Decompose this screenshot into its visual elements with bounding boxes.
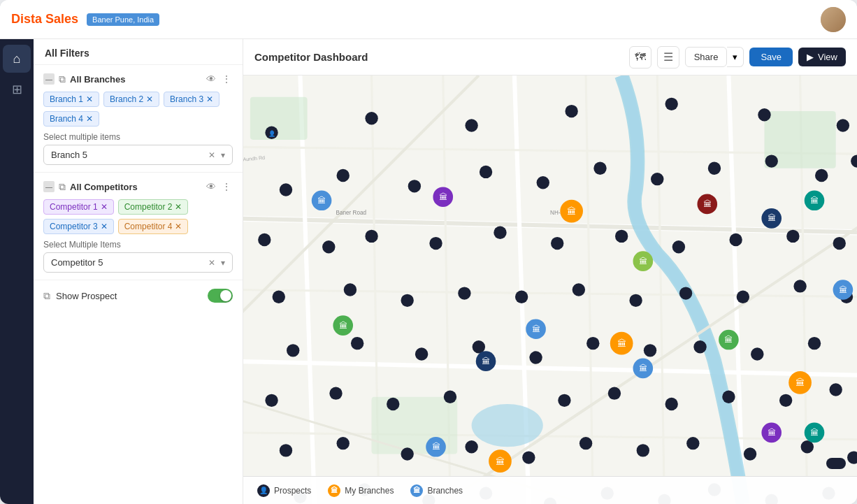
competitor-4-close[interactable]: ✕ (175, 222, 182, 231)
svg-point-55 (833, 237, 846, 250)
svg-text:🏛: 🏛 (532, 324, 540, 334)
branches-eye-btn[interactable]: 👁 (205, 72, 217, 86)
svg-text:🏛: 🏛 (482, 357, 490, 366)
competitors-select-field[interactable]: Competitor 5 ✕ ▾ (43, 252, 233, 273)
show-prospect-toggle[interactable] (208, 289, 233, 303)
svg-point-28 (365, 112, 377, 124)
svg-point-96 (801, 440, 814, 453)
competitors-more-btn[interactable]: ⋮ (220, 180, 233, 194)
branch-tag-1[interactable]: Branch 1 ✕ (43, 92, 99, 107)
svg-text:🏛: 🏛 (795, 377, 805, 388)
toggle-knob (220, 290, 231, 301)
svg-point-84 (722, 391, 735, 403)
svg-point-40 (593, 162, 606, 175)
list-view-btn[interactable]: ☰ (657, 46, 679, 69)
competitor-tag-1[interactable]: Competitor 1 ✕ (43, 199, 114, 215)
branch-tag-2[interactable]: Branch 2 ✕ (103, 92, 159, 107)
svg-point-54 (786, 230, 799, 243)
competitor-1-close[interactable]: ✕ (101, 203, 108, 211)
competitor-2-close[interactable]: ✕ (175, 203, 182, 211)
svg-point-37 (408, 180, 421, 192)
view-label: View (818, 52, 837, 62)
svg-point-35 (280, 183, 292, 196)
bank-orange-icon: 🏛 (331, 487, 338, 494)
brand-name: Dista Sales (11, 12, 78, 27)
competitors-select-clear[interactable]: ✕ (206, 258, 218, 268)
svg-point-46 (322, 240, 335, 253)
branches-filter-actions: 👁 ⋮ (205, 72, 233, 86)
svg-point-81 (558, 394, 570, 407)
svg-point-95 (744, 447, 756, 460)
svg-point-58 (401, 294, 413, 307)
svg-point-64 (737, 291, 749, 303)
share-btn-group: Share ▾ (685, 47, 744, 67)
svg-point-92 (579, 437, 592, 449)
map-view-btn[interactable]: 🗺 (629, 46, 651, 69)
competitors-tag-container: Competitor 1 ✕ Competitor 2 ✕ Competitor… (43, 199, 233, 234)
branch-1-close[interactable]: ✕ (86, 95, 93, 103)
svg-point-45 (258, 233, 271, 246)
svg-text:🏛: 🏛 (317, 196, 326, 206)
branches-select-field[interactable]: Branch 5 ✕ ▾ (43, 145, 233, 165)
svg-point-65 (793, 280, 806, 292)
competitor-3-close[interactable]: ✕ (101, 222, 108, 231)
svg-point-69 (415, 347, 428, 360)
map-area[interactable]: Baner Road NH-48 Aundh Rd 👤 (243, 75, 857, 504)
competitors-collapse-btn[interactable]: — (43, 181, 55, 192)
customize-map-button[interactable] (826, 458, 846, 469)
branch-tag-3[interactable]: Branch 3 ✕ (164, 92, 219, 107)
share-button[interactable]: Share (685, 47, 728, 67)
svg-point-74 (693, 340, 706, 353)
competitor-tag-2[interactable]: Competitor 2 ✕ (118, 199, 189, 215)
branches-more-btn[interactable]: ⋮ (220, 72, 233, 86)
sidebar-item-home[interactable]: ⌂ (3, 45, 31, 73)
share-dropdown-btn[interactable]: ▾ (727, 47, 744, 67)
branches-select-arrow: ▾ (221, 150, 225, 160)
svg-point-82 (608, 387, 621, 399)
home-icon: ⌂ (13, 52, 21, 66)
branch-tag-4[interactable]: Branch 4 ✕ (43, 111, 99, 127)
view-button[interactable]: ▶ View (798, 48, 846, 66)
svg-point-38 (480, 166, 492, 178)
competitors-filter-icon: ⧉ (59, 181, 66, 193)
svg-point-52 (672, 240, 685, 253)
branch-2-label: Branch 2 (110, 94, 143, 104)
svg-point-57 (344, 283, 357, 296)
map-icon: 🗺 (635, 51, 646, 64)
competitor-4-label: Competitor 4 (124, 222, 173, 231)
svg-point-56 (273, 291, 285, 303)
branches-section-header: — ⧉ All Branches 👁 ⋮ (43, 72, 233, 86)
branch-4-close[interactable]: ✕ (86, 115, 93, 123)
svg-point-30 (565, 105, 577, 117)
branch-4-label: Branch 4 (50, 114, 83, 124)
svg-text:🏛: 🏛 (810, 428, 819, 438)
branch-2-close[interactable]: ✕ (146, 95, 153, 103)
svg-point-41 (651, 173, 663, 185)
svg-rect-17 (250, 97, 308, 140)
svg-point-71 (529, 351, 542, 363)
avatar[interactable] (821, 7, 846, 32)
branch-3-close[interactable]: ✕ (206, 95, 213, 103)
svg-point-33 (837, 119, 849, 131)
svg-text:🏛: 🏛 (432, 442, 440, 452)
save-button[interactable]: Save (749, 48, 793, 66)
competitor-tag-3[interactable]: Competitor 3 ✕ (43, 219, 114, 234)
svg-point-51 (615, 230, 628, 243)
svg-point-83 (665, 398, 677, 410)
competitors-eye-btn[interactable]: 👁 (205, 180, 217, 194)
competitor-tag-4[interactable]: Competitor 4 ✕ (118, 219, 189, 234)
prospect-filter-icon: ⧉ (43, 290, 50, 302)
svg-point-90 (465, 440, 477, 453)
svg-text:🏛: 🏛 (439, 192, 447, 202)
branch-1-label: Branch 1 (50, 94, 83, 104)
legend-prospects: 👤 Prospects (257, 484, 311, 497)
branches-select-value: Branch 5 (51, 150, 206, 160)
svg-text:🏛: 🏛 (768, 428, 776, 438)
branches-collapse-btn[interactable]: — (43, 73, 55, 85)
branches-select-clear[interactable]: ✕ (206, 150, 218, 160)
svg-point-72 (586, 337, 599, 350)
sidebar-item-layers[interactable]: ⊞ (3, 75, 31, 103)
person-icon: 👤 (259, 487, 268, 494)
location-badge[interactable]: Baner Pune, India (87, 13, 159, 26)
bank-blue-icon: 🏛 (413, 487, 420, 494)
